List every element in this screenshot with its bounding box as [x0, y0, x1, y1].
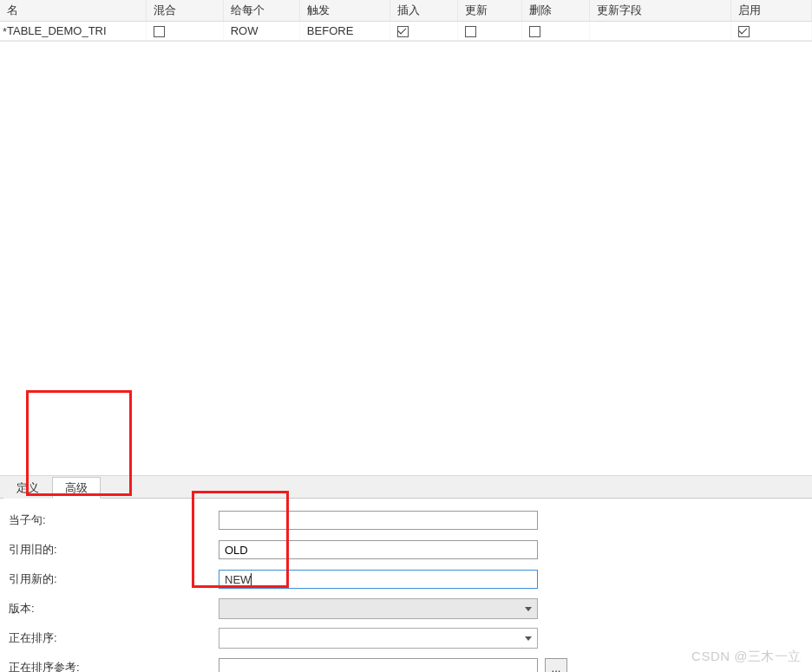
insert-checkbox[interactable]: [397, 26, 409, 37]
cell-insert[interactable]: [390, 22, 458, 41]
cell-name-text: TABLE_DEMO_TRI: [7, 24, 107, 37]
cell-each[interactable]: ROW: [223, 22, 299, 41]
tab-define[interactable]: 定义: [3, 477, 52, 499]
header-mix[interactable]: 混合: [146, 0, 223, 22]
header-delete[interactable]: 删除: [522, 0, 590, 22]
text-caret-icon: [251, 573, 252, 585]
chevron-down-icon: [525, 636, 532, 641]
header-trigger[interactable]: 触发: [299, 0, 390, 22]
header-name[interactable]: 名: [0, 0, 146, 22]
blank-area: [0, 42, 812, 475]
cell-mix[interactable]: [146, 22, 223, 41]
sorting-select[interactable]: [219, 628, 538, 649]
chevron-down-icon: [525, 607, 532, 611]
cell-update[interactable]: [458, 22, 522, 41]
trigger-table-area: 名 混合 给每个 触发 插入 更新 删除 更新字段 启用 * TABLE_DEM…: [0, 0, 812, 42]
update-checkbox[interactable]: [465, 26, 476, 37]
table-row[interactable]: * TABLE_DEMO_TRI ROW BEFORE: [0, 22, 812, 41]
label-when-clause: 当子句:: [9, 512, 219, 528]
ref-old-input[interactable]: [219, 540, 538, 559]
when-clause-input[interactable]: [219, 511, 538, 530]
ref-new-value: NEW: [225, 573, 251, 586]
cell-delete[interactable]: [522, 22, 590, 41]
delete-checkbox[interactable]: [529, 26, 540, 37]
tabs-bar: 定义 高级: [0, 475, 812, 498]
cell-name[interactable]: * TABLE_DEMO_TRI: [0, 22, 146, 41]
ref-new-input[interactable]: NEW: [219, 570, 538, 589]
table-header-row: 名 混合 给每个 触发 插入 更新 删除 更新字段 启用: [0, 0, 812, 22]
row-ref-new: 引用新的: NEW: [9, 564, 803, 594]
row-when-clause: 当子句:: [9, 506, 803, 535]
enable-checkbox[interactable]: [738, 26, 750, 37]
trigger-table[interactable]: 名 混合 给每个 触发 插入 更新 删除 更新字段 启用 * TABLE_DEM…: [0, 0, 812, 41]
row-ref-old: 引用旧的:: [9, 535, 803, 564]
row-sorting-ref: 正在排序参考: ...: [9, 653, 803, 672]
version-select[interactable]: [219, 598, 538, 619]
browse-button[interactable]: ...: [545, 658, 567, 672]
label-ref-old: 引用旧的:: [9, 542, 219, 558]
cell-trigger[interactable]: BEFORE: [299, 22, 390, 41]
row-version: 版本:: [9, 594, 803, 623]
cell-update-fields[interactable]: [589, 22, 730, 41]
sorting-ref-input[interactable]: [219, 658, 538, 672]
cell-enable[interactable]: [730, 22, 811, 41]
header-update[interactable]: 更新: [458, 0, 522, 22]
header-enable[interactable]: 启用: [730, 0, 811, 22]
mix-checkbox[interactable]: [154, 26, 165, 37]
label-ref-new: 引用新的:: [9, 571, 219, 587]
label-version: 版本:: [9, 601, 219, 617]
header-each[interactable]: 给每个: [223, 0, 299, 22]
header-insert[interactable]: 插入: [390, 0, 458, 22]
header-update-fields[interactable]: 更新字段: [589, 0, 730, 22]
modified-mark-icon: *: [3, 25, 7, 38]
advanced-form: 当子句: 引用旧的: 引用新的: NEW 版本: 正在排序: 正在排序参考: .…: [0, 499, 812, 672]
row-sorting: 正在排序:: [9, 623, 803, 653]
tab-advanced[interactable]: 高级: [52, 477, 101, 499]
label-sorting: 正在排序:: [9, 630, 219, 646]
label-sorting-ref: 正在排序参考:: [9, 660, 219, 672]
